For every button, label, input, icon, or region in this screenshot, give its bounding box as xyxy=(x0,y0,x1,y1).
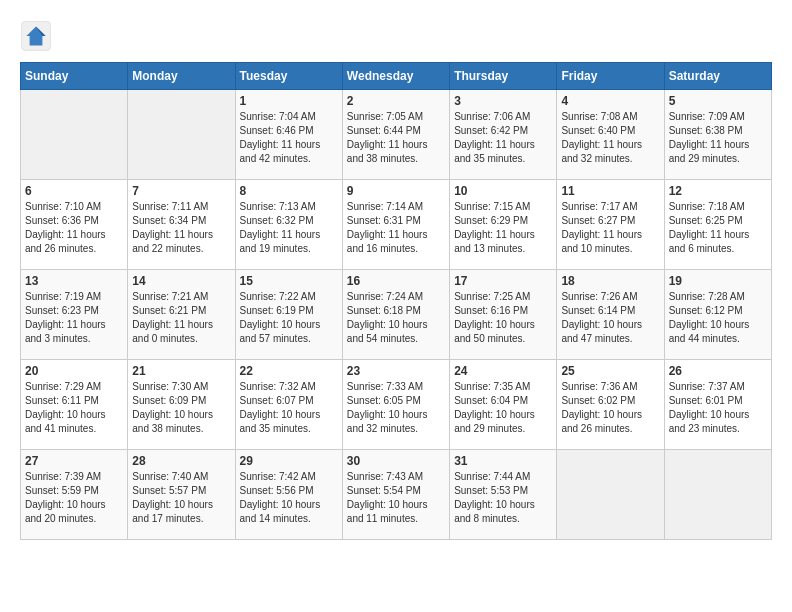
day-info: Sunrise: 7:37 AM Sunset: 6:01 PM Dayligh… xyxy=(669,380,767,436)
day-info: Sunrise: 7:21 AM Sunset: 6:21 PM Dayligh… xyxy=(132,290,230,346)
calendar-cell: 16Sunrise: 7:24 AM Sunset: 6:18 PM Dayli… xyxy=(342,270,449,360)
day-number: 15 xyxy=(240,274,338,288)
week-row-3: 13Sunrise: 7:19 AM Sunset: 6:23 PM Dayli… xyxy=(21,270,772,360)
day-info: Sunrise: 7:18 AM Sunset: 6:25 PM Dayligh… xyxy=(669,200,767,256)
day-info: Sunrise: 7:05 AM Sunset: 6:44 PM Dayligh… xyxy=(347,110,445,166)
calendar-cell: 3Sunrise: 7:06 AM Sunset: 6:42 PM Daylig… xyxy=(450,90,557,180)
week-row-5: 27Sunrise: 7:39 AM Sunset: 5:59 PM Dayli… xyxy=(21,450,772,540)
week-row-1: 1Sunrise: 7:04 AM Sunset: 6:46 PM Daylig… xyxy=(21,90,772,180)
day-number: 23 xyxy=(347,364,445,378)
day-info: Sunrise: 7:43 AM Sunset: 5:54 PM Dayligh… xyxy=(347,470,445,526)
day-info: Sunrise: 7:13 AM Sunset: 6:32 PM Dayligh… xyxy=(240,200,338,256)
calendar-cell: 14Sunrise: 7:21 AM Sunset: 6:21 PM Dayli… xyxy=(128,270,235,360)
calendar-cell: 17Sunrise: 7:25 AM Sunset: 6:16 PM Dayli… xyxy=(450,270,557,360)
day-info: Sunrise: 7:14 AM Sunset: 6:31 PM Dayligh… xyxy=(347,200,445,256)
calendar-cell: 13Sunrise: 7:19 AM Sunset: 6:23 PM Dayli… xyxy=(21,270,128,360)
day-number: 2 xyxy=(347,94,445,108)
day-info: Sunrise: 7:19 AM Sunset: 6:23 PM Dayligh… xyxy=(25,290,123,346)
day-number: 17 xyxy=(454,274,552,288)
day-info: Sunrise: 7:08 AM Sunset: 6:40 PM Dayligh… xyxy=(561,110,659,166)
calendar-cell: 21Sunrise: 7:30 AM Sunset: 6:09 PM Dayli… xyxy=(128,360,235,450)
calendar-header: SundayMondayTuesdayWednesdayThursdayFrid… xyxy=(21,63,772,90)
weekday-header-thursday: Thursday xyxy=(450,63,557,90)
calendar-cell xyxy=(664,450,771,540)
day-info: Sunrise: 7:36 AM Sunset: 6:02 PM Dayligh… xyxy=(561,380,659,436)
day-info: Sunrise: 7:22 AM Sunset: 6:19 PM Dayligh… xyxy=(240,290,338,346)
weekday-row: SundayMondayTuesdayWednesdayThursdayFrid… xyxy=(21,63,772,90)
calendar-cell: 27Sunrise: 7:39 AM Sunset: 5:59 PM Dayli… xyxy=(21,450,128,540)
day-number: 14 xyxy=(132,274,230,288)
day-number: 16 xyxy=(347,274,445,288)
calendar-cell: 20Sunrise: 7:29 AM Sunset: 6:11 PM Dayli… xyxy=(21,360,128,450)
page-header xyxy=(20,20,772,52)
day-info: Sunrise: 7:30 AM Sunset: 6:09 PM Dayligh… xyxy=(132,380,230,436)
day-number: 13 xyxy=(25,274,123,288)
logo xyxy=(20,20,56,52)
day-number: 4 xyxy=(561,94,659,108)
calendar-cell: 18Sunrise: 7:26 AM Sunset: 6:14 PM Dayli… xyxy=(557,270,664,360)
logo-icon xyxy=(20,20,52,52)
calendar-cell: 10Sunrise: 7:15 AM Sunset: 6:29 PM Dayli… xyxy=(450,180,557,270)
day-number: 26 xyxy=(669,364,767,378)
day-info: Sunrise: 7:28 AM Sunset: 6:12 PM Dayligh… xyxy=(669,290,767,346)
day-info: Sunrise: 7:15 AM Sunset: 6:29 PM Dayligh… xyxy=(454,200,552,256)
day-number: 1 xyxy=(240,94,338,108)
day-info: Sunrise: 7:10 AM Sunset: 6:36 PM Dayligh… xyxy=(25,200,123,256)
calendar-cell: 1Sunrise: 7:04 AM Sunset: 6:46 PM Daylig… xyxy=(235,90,342,180)
day-info: Sunrise: 7:35 AM Sunset: 6:04 PM Dayligh… xyxy=(454,380,552,436)
week-row-4: 20Sunrise: 7:29 AM Sunset: 6:11 PM Dayli… xyxy=(21,360,772,450)
calendar-cell: 24Sunrise: 7:35 AM Sunset: 6:04 PM Dayli… xyxy=(450,360,557,450)
day-info: Sunrise: 7:40 AM Sunset: 5:57 PM Dayligh… xyxy=(132,470,230,526)
day-info: Sunrise: 7:17 AM Sunset: 6:27 PM Dayligh… xyxy=(561,200,659,256)
day-number: 27 xyxy=(25,454,123,468)
day-number: 21 xyxy=(132,364,230,378)
day-info: Sunrise: 7:25 AM Sunset: 6:16 PM Dayligh… xyxy=(454,290,552,346)
day-info: Sunrise: 7:09 AM Sunset: 6:38 PM Dayligh… xyxy=(669,110,767,166)
calendar-cell: 22Sunrise: 7:32 AM Sunset: 6:07 PM Dayli… xyxy=(235,360,342,450)
calendar-cell: 11Sunrise: 7:17 AM Sunset: 6:27 PM Dayli… xyxy=(557,180,664,270)
calendar-cell: 5Sunrise: 7:09 AM Sunset: 6:38 PM Daylig… xyxy=(664,90,771,180)
calendar-table: SundayMondayTuesdayWednesdayThursdayFrid… xyxy=(20,62,772,540)
calendar-cell: 26Sunrise: 7:37 AM Sunset: 6:01 PM Dayli… xyxy=(664,360,771,450)
weekday-header-wednesday: Wednesday xyxy=(342,63,449,90)
week-row-2: 6Sunrise: 7:10 AM Sunset: 6:36 PM Daylig… xyxy=(21,180,772,270)
calendar-body: 1Sunrise: 7:04 AM Sunset: 6:46 PM Daylig… xyxy=(21,90,772,540)
weekday-header-tuesday: Tuesday xyxy=(235,63,342,90)
day-number: 6 xyxy=(25,184,123,198)
calendar-cell xyxy=(128,90,235,180)
day-info: Sunrise: 7:04 AM Sunset: 6:46 PM Dayligh… xyxy=(240,110,338,166)
day-number: 7 xyxy=(132,184,230,198)
day-number: 30 xyxy=(347,454,445,468)
calendar-cell: 29Sunrise: 7:42 AM Sunset: 5:56 PM Dayli… xyxy=(235,450,342,540)
weekday-header-monday: Monday xyxy=(128,63,235,90)
day-number: 20 xyxy=(25,364,123,378)
calendar-cell: 7Sunrise: 7:11 AM Sunset: 6:34 PM Daylig… xyxy=(128,180,235,270)
calendar-cell: 9Sunrise: 7:14 AM Sunset: 6:31 PM Daylig… xyxy=(342,180,449,270)
day-info: Sunrise: 7:11 AM Sunset: 6:34 PM Dayligh… xyxy=(132,200,230,256)
day-info: Sunrise: 7:42 AM Sunset: 5:56 PM Dayligh… xyxy=(240,470,338,526)
calendar-cell: 15Sunrise: 7:22 AM Sunset: 6:19 PM Dayli… xyxy=(235,270,342,360)
day-number: 18 xyxy=(561,274,659,288)
day-number: 31 xyxy=(454,454,552,468)
calendar-cell: 23Sunrise: 7:33 AM Sunset: 6:05 PM Dayli… xyxy=(342,360,449,450)
day-number: 11 xyxy=(561,184,659,198)
day-info: Sunrise: 7:29 AM Sunset: 6:11 PM Dayligh… xyxy=(25,380,123,436)
day-number: 29 xyxy=(240,454,338,468)
day-number: 19 xyxy=(669,274,767,288)
day-info: Sunrise: 7:06 AM Sunset: 6:42 PM Dayligh… xyxy=(454,110,552,166)
day-info: Sunrise: 7:32 AM Sunset: 6:07 PM Dayligh… xyxy=(240,380,338,436)
calendar-cell: 19Sunrise: 7:28 AM Sunset: 6:12 PM Dayli… xyxy=(664,270,771,360)
day-info: Sunrise: 7:39 AM Sunset: 5:59 PM Dayligh… xyxy=(25,470,123,526)
calendar-cell: 6Sunrise: 7:10 AM Sunset: 6:36 PM Daylig… xyxy=(21,180,128,270)
calendar-cell: 25Sunrise: 7:36 AM Sunset: 6:02 PM Dayli… xyxy=(557,360,664,450)
day-info: Sunrise: 7:26 AM Sunset: 6:14 PM Dayligh… xyxy=(561,290,659,346)
day-number: 12 xyxy=(669,184,767,198)
day-number: 8 xyxy=(240,184,338,198)
day-number: 24 xyxy=(454,364,552,378)
calendar-cell xyxy=(21,90,128,180)
day-number: 3 xyxy=(454,94,552,108)
calendar-cell: 28Sunrise: 7:40 AM Sunset: 5:57 PM Dayli… xyxy=(128,450,235,540)
day-number: 25 xyxy=(561,364,659,378)
day-number: 22 xyxy=(240,364,338,378)
calendar-cell: 30Sunrise: 7:43 AM Sunset: 5:54 PM Dayli… xyxy=(342,450,449,540)
